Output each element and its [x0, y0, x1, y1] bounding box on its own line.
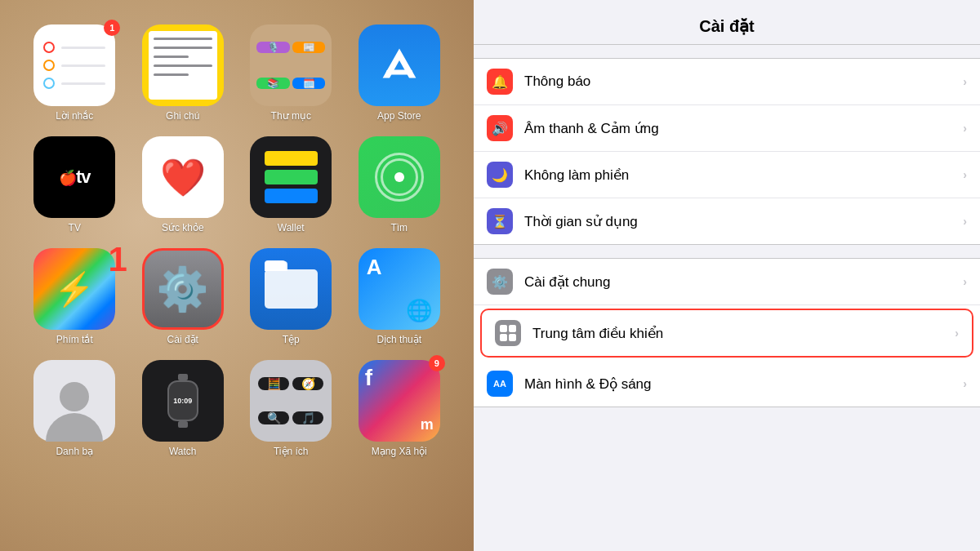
settings-panel: Cài đặt 🔔 Thông báo › 🔊 Âm thanh & Cảm ứ…: [474, 0, 980, 551]
files-label: Tệp: [283, 334, 300, 345]
focus-label: Không làm phiền: [524, 167, 963, 184]
app-notes[interactable]: Ghi chú: [133, 24, 234, 122]
step1-label: 1: [109, 240, 127, 279]
notes-label: Ghi chú: [166, 110, 199, 122]
app-health[interactable]: ❤️ Sức khỏe: [133, 136, 234, 233]
wallet-label: Wallet: [278, 222, 305, 233]
screen-time-label: Thời gian sử dụng: [524, 213, 963, 230]
app-podcasts-folder[interactable]: 🎙️ 📰 📚 🗓️ Thư mục: [241, 24, 341, 122]
notifications-chevron: ›: [963, 75, 967, 88]
sounds-chevron: ›: [963, 122, 967, 135]
settings-row-focus[interactable]: 🌙 Không làm phiền ›: [474, 152, 980, 198]
display-label: Màn hình & Độ sáng: [524, 375, 963, 393]
settings-row-notifications[interactable]: 🔔 Thông báo ›: [474, 59, 980, 105]
general-icon: ⚙️: [487, 269, 513, 295]
app-watch[interactable]: 10:09 Watch: [133, 360, 234, 457]
app-appstore[interactable]: App Store: [350, 24, 450, 122]
settings-page-title: Cài đặt: [490, 16, 964, 36]
shortcuts-label: Phím tắt: [56, 334, 93, 345]
reminders-label: Lời nhắc: [56, 110, 93, 122]
contacts-label: Danh bạ: [56, 446, 93, 457]
translate-label: Dịch thuật: [376, 334, 421, 345]
sounds-label: Âm thanh & Cảm ứng: [524, 120, 963, 137]
settings-label: Cài đặt: [167, 334, 198, 345]
tv-label: TV: [69, 222, 81, 233]
focus-icon: 🌙: [487, 162, 513, 188]
app-tv[interactable]: 🍎tv TV: [24, 136, 125, 233]
display-chevron: ›: [963, 377, 967, 390]
settings-list: 🔔 Thông báo › 🔊 Âm thanh & Cảm ứng › 🌙 K…: [474, 45, 980, 551]
reminders-badge: 1: [104, 20, 120, 36]
app-find[interactable]: Tìm: [350, 136, 450, 233]
settings-row-control-center[interactable]: Trung tâm điều khiển ›: [480, 309, 973, 358]
settings-row-sounds[interactable]: 🔊 Âm thanh & Cảm ứng ›: [474, 105, 980, 152]
settings-section-1: 🔔 Thông báo › 🔊 Âm thanh & Cảm ứng › 🌙 K…: [474, 58, 980, 245]
general-label: Cài đặt chung: [524, 273, 963, 291]
settings-title-bar: Cài đặt: [474, 0, 980, 45]
phone-screen: 1 Lời nhắc Ghi chú 🎙️ 📰 📚 🗓️: [0, 0, 474, 551]
social-label: Mạng Xã hội: [372, 446, 427, 457]
app-utilities[interactable]: 🧮 🧭 🔍 🎵 Tiện ích: [241, 360, 341, 457]
control-center-chevron: ›: [955, 327, 959, 340]
utilities-label: Tiện ích: [274, 446, 309, 457]
app-grid: 1 Lời nhắc Ghi chú 🎙️ 📰 📚 🗓️: [24, 16, 449, 465]
app-settings[interactable]: 1 ⚙️ Cài đặt: [133, 248, 234, 345]
social-badge: 9: [429, 355, 445, 371]
health-label: Sức khỏe: [162, 222, 204, 233]
watch-label: Watch: [169, 446, 197, 457]
control-center-label: Trung tâm điều khiển: [532, 325, 955, 342]
settings-row-display[interactable]: AA Màn hình & Độ sáng ›: [474, 361, 980, 407]
focus-chevron: ›: [963, 168, 967, 181]
notifications-icon: 🔔: [487, 69, 513, 95]
display-icon: AA: [487, 371, 513, 397]
folder-label: Thư mục: [271, 110, 311, 122]
app-translate[interactable]: A 🌐 Dịch thuật: [350, 248, 450, 345]
settings-row-screen-time[interactable]: ⏳ Thời gian sử dụng ›: [474, 198, 980, 244]
app-wallet[interactable]: Wallet: [241, 136, 341, 233]
app-contacts[interactable]: Danh bạ: [24, 360, 125, 457]
screen-time-chevron: ›: [963, 215, 967, 228]
svg-rect-3: [509, 334, 516, 341]
svg-rect-1: [509, 325, 516, 332]
app-files[interactable]: Tệp: [241, 248, 341, 345]
general-chevron: ›: [963, 275, 967, 288]
control-center-icon: [495, 320, 521, 346]
control-center-wrapper: Trung tâm điều khiển › 2: [474, 309, 980, 358]
app-reminders[interactable]: 1 Lời nhắc: [24, 24, 125, 122]
svg-rect-0: [500, 325, 507, 332]
sounds-icon: 🔊: [487, 115, 513, 141]
svg-rect-2: [500, 334, 507, 341]
find-label: Tìm: [390, 222, 408, 233]
app-social[interactable]: f m 9 Mạng Xã hội: [350, 360, 450, 457]
settings-row-general[interactable]: ⚙️ Cài đặt chung ›: [474, 259, 980, 305]
appstore-label: App Store: [377, 110, 421, 122]
settings-section-2: ⚙️ Cài đặt chung › Trung tâm điều k: [474, 258, 980, 407]
notifications-label: Thông báo: [524, 73, 963, 90]
screen-time-icon: ⏳: [487, 208, 513, 234]
